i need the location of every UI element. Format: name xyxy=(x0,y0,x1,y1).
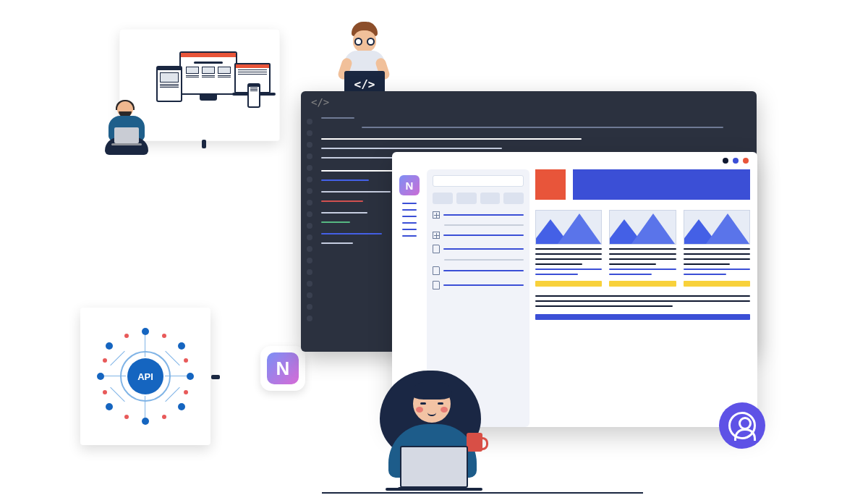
hero-logo-block xyxy=(535,169,566,200)
developer-top-illustration: </> xyxy=(324,22,404,101)
file-icon xyxy=(433,266,440,275)
tablet-icon xyxy=(156,66,182,102)
sidebar-item[interactable] xyxy=(402,216,417,217)
code-line xyxy=(321,221,350,223)
footer-bar xyxy=(535,314,750,320)
laptop-icon xyxy=(400,446,468,488)
mountain-image-icon xyxy=(535,210,602,245)
developer-sitting-illustration xyxy=(94,101,159,159)
window-dot xyxy=(733,158,739,164)
api-card: API xyxy=(80,308,210,445)
content-card xyxy=(535,210,602,287)
file-icon xyxy=(433,281,440,289)
woman-at-laptop-illustration xyxy=(358,362,510,496)
editor-gutter xyxy=(301,113,318,352)
tree-tab[interactable] xyxy=(456,193,477,204)
tree-tab[interactable] xyxy=(480,193,501,204)
preview-content xyxy=(535,169,757,427)
content-card xyxy=(684,210,750,287)
api-badge-label: API xyxy=(127,358,163,394)
content-card xyxy=(609,210,676,287)
connector-stub xyxy=(202,140,206,148)
text-block xyxy=(535,295,750,307)
phone-icon xyxy=(247,83,260,108)
connector-stub xyxy=(211,375,220,379)
expand-icon xyxy=(433,232,440,239)
user-avatar-button[interactable] xyxy=(719,402,765,449)
window-dot xyxy=(723,158,728,164)
mug-icon xyxy=(467,433,482,452)
tree-item[interactable] xyxy=(433,266,524,275)
code-line xyxy=(321,191,391,193)
api-network-icon: API xyxy=(98,329,192,423)
sidebar-item[interactable] xyxy=(402,235,417,237)
editor-titlebar: </> xyxy=(301,91,757,113)
expand-icon xyxy=(433,211,440,219)
sidebar-item[interactable] xyxy=(402,229,417,230)
monitor-icon xyxy=(179,51,237,95)
tree-tab[interactable] xyxy=(433,193,453,204)
n-logo-tile: N xyxy=(260,346,305,391)
tree-item[interactable] xyxy=(433,245,524,253)
window-dot xyxy=(743,158,749,164)
code-line xyxy=(362,127,723,128)
code-line xyxy=(321,117,354,119)
mountain-image-icon xyxy=(609,210,676,245)
code-line xyxy=(321,212,367,214)
code-line xyxy=(321,200,363,202)
file-icon xyxy=(433,245,440,253)
search-input[interactable] xyxy=(433,175,524,187)
mountain-image-icon xyxy=(684,210,750,245)
sidebar-item[interactable] xyxy=(402,222,417,224)
tree-item[interactable] xyxy=(433,281,524,289)
sidebar-item[interactable] xyxy=(402,203,417,204)
n-logo-icon: N xyxy=(267,352,299,384)
person-icon xyxy=(728,412,756,439)
desk-line xyxy=(322,492,643,494)
tree-tabs xyxy=(433,193,524,204)
code-line xyxy=(321,179,369,181)
tree-tab[interactable] xyxy=(503,193,524,204)
hero-banner xyxy=(573,169,750,200)
code-line xyxy=(321,138,582,140)
window-controls xyxy=(392,152,757,169)
tree-item[interactable] xyxy=(433,211,524,219)
code-line xyxy=(321,233,382,234)
sidebar-item[interactable] xyxy=(402,209,417,211)
n-logo-icon: N xyxy=(399,175,420,195)
code-line xyxy=(321,242,353,244)
code-line xyxy=(321,148,502,149)
tree-item[interactable] xyxy=(433,232,524,239)
